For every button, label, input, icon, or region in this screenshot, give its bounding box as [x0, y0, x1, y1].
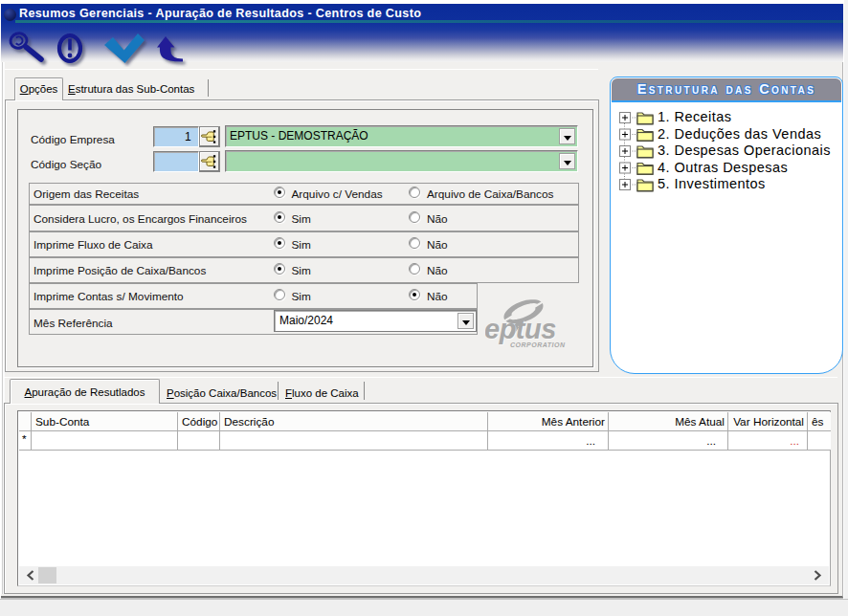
svg-text:eptus: eptus — [485, 314, 556, 344]
svg-text:CORPORATION: CORPORATION — [510, 341, 566, 348]
